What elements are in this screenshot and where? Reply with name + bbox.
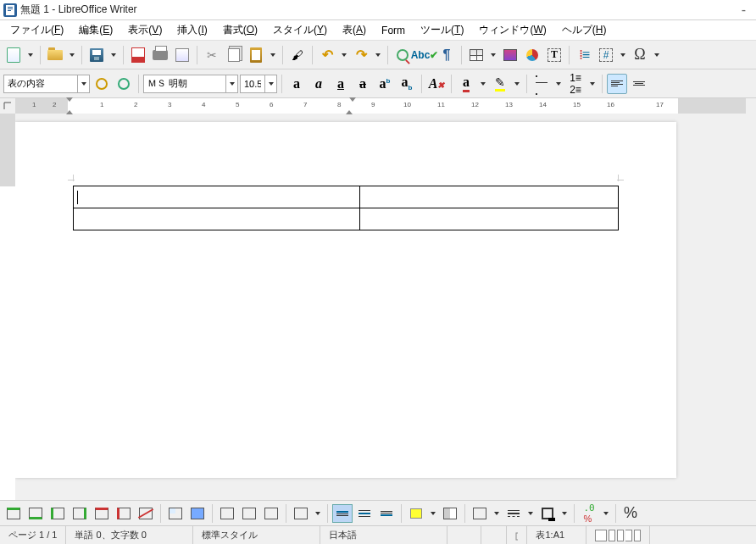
border-color-dropdown[interactable] bbox=[559, 503, 570, 524]
new-button[interactable] bbox=[3, 45, 24, 65]
style-combo[interactable] bbox=[3, 75, 90, 93]
print-preview-button[interactable] bbox=[172, 45, 192, 65]
insert-symbol-dropdown[interactable] bbox=[652, 45, 662, 65]
merge-cells-button[interactable] bbox=[217, 504, 237, 523]
table-cell-a1[interactable] bbox=[74, 186, 360, 208]
split-cells-button[interactable] bbox=[239, 504, 259, 523]
insert-field-dropdown[interactable] bbox=[618, 45, 628, 65]
format-paintbrush-button[interactable]: 🖌 bbox=[287, 45, 308, 65]
underline-button[interactable]: a bbox=[331, 74, 351, 94]
optimize-button[interactable] bbox=[291, 504, 311, 523]
numbering-dropdown[interactable] bbox=[587, 74, 598, 94]
document-area[interactable] bbox=[15, 114, 756, 500]
redo-dropdown[interactable] bbox=[373, 45, 383, 65]
style-input[interactable] bbox=[4, 75, 77, 92]
number-format-button[interactable]: .0% bbox=[579, 504, 599, 523]
status-lang[interactable]: 日本語 bbox=[320, 526, 447, 544]
borders-button[interactable] bbox=[470, 504, 490, 523]
menu-help[interactable]: ヘルプ(H) bbox=[555, 21, 614, 39]
menu-file[interactable]: ファイル(F) bbox=[3, 21, 70, 39]
insert-col-right-button[interactable] bbox=[69, 504, 90, 523]
menu-edit[interactable]: 編集(E) bbox=[72, 21, 120, 39]
insert-row-above-button[interactable] bbox=[3, 504, 24, 523]
insert-symbol-button[interactable]: Ω bbox=[630, 45, 650, 65]
print-button[interactable] bbox=[150, 45, 170, 65]
insert-row-below-button[interactable] bbox=[25, 504, 46, 523]
delete-col-button[interactable] bbox=[114, 504, 134, 523]
insert-col-left-button[interactable] bbox=[47, 504, 68, 523]
align-bottom-button[interactable] bbox=[376, 504, 397, 523]
find-replace-button[interactable] bbox=[392, 45, 413, 65]
document-table[interactable] bbox=[73, 186, 619, 230]
paste-dropdown[interactable] bbox=[268, 45, 278, 65]
status-cellref[interactable]: 表1:A1 bbox=[527, 526, 586, 544]
italic-button[interactable]: a bbox=[309, 74, 329, 94]
new-dropdown[interactable] bbox=[25, 45, 36, 65]
formatting-marks-button[interactable]: ¶ bbox=[436, 45, 457, 65]
font-input[interactable] bbox=[144, 75, 225, 92]
border-style-dropdown[interactable] bbox=[525, 503, 536, 524]
align-middle-button[interactable] bbox=[354, 504, 375, 523]
borders-dropdown[interactable] bbox=[492, 503, 502, 524]
save-button[interactable] bbox=[86, 45, 107, 65]
menu-view[interactable]: 表示(V) bbox=[121, 21, 169, 39]
subscript-button[interactable]: ab bbox=[397, 74, 417, 94]
status-style[interactable]: 標準スタイル bbox=[193, 526, 320, 544]
view-single-icon[interactable] bbox=[595, 530, 607, 541]
align-top-button[interactable] bbox=[332, 504, 353, 523]
numbering-button[interactable]: 1≡2≡ bbox=[565, 74, 586, 94]
copy-button[interactable] bbox=[224, 45, 244, 65]
paste-button[interactable] bbox=[246, 45, 266, 65]
bold-button[interactable]: a bbox=[286, 74, 307, 94]
spellcheck-button[interactable]: Abc✔ bbox=[414, 45, 435, 65]
split-table-button[interactable] bbox=[261, 504, 281, 523]
update-style-button[interactable] bbox=[92, 74, 112, 94]
highlight-dropdown[interactable] bbox=[512, 74, 522, 94]
horizontal-ruler[interactable]: 1 2 1 2 3 4 5 6 7 8 9 10 11 12 13 14 15 … bbox=[15, 98, 746, 114]
menu-table[interactable]: 表(A) bbox=[336, 21, 373, 39]
number-format-dropdown[interactable] bbox=[601, 503, 611, 524]
vertical-ruler[interactable] bbox=[0, 114, 15, 500]
optimize-dropdown[interactable] bbox=[313, 503, 323, 524]
bullets-dropdown[interactable] bbox=[553, 74, 564, 94]
redo-button[interactable]: ↷ bbox=[351, 45, 371, 65]
status-sel[interactable] bbox=[481, 526, 507, 544]
border-color-button[interactable] bbox=[537, 504, 558, 523]
size-dropdown[interactable] bbox=[264, 75, 276, 92]
clear-formatting-button[interactable]: A✖ bbox=[426, 74, 447, 94]
size-input[interactable] bbox=[241, 75, 264, 92]
border-style-button[interactable] bbox=[503, 504, 524, 523]
font-dropdown[interactable] bbox=[225, 75, 237, 92]
select-table-button[interactable] bbox=[187, 504, 208, 523]
align-left-button[interactable] bbox=[607, 74, 627, 94]
superscript-button[interactable]: ab bbox=[375, 74, 395, 94]
status-page[interactable]: ページ 1 / 1 bbox=[0, 526, 66, 544]
insert-chart-button[interactable] bbox=[522, 45, 542, 65]
table-cell-b1[interactable] bbox=[360, 186, 619, 208]
table-cell-a2[interactable] bbox=[74, 208, 360, 230]
open-dropdown[interactable] bbox=[67, 45, 77, 65]
open-button[interactable] bbox=[45, 45, 65, 65]
table-row[interactable] bbox=[74, 186, 619, 208]
select-cell-button[interactable] bbox=[165, 504, 186, 523]
font-color-button[interactable]: a bbox=[456, 74, 476, 94]
undo-button[interactable]: ↶ bbox=[317, 45, 337, 65]
bullets-button[interactable] bbox=[531, 74, 552, 94]
menu-tools[interactable]: ツール(T) bbox=[414, 21, 470, 39]
delete-row-button[interactable] bbox=[92, 504, 112, 523]
undo-dropdown[interactable] bbox=[339, 45, 349, 65]
insert-field-button[interactable]: # bbox=[596, 45, 616, 65]
table-row[interactable] bbox=[74, 208, 619, 230]
view-book-icon[interactable] bbox=[625, 530, 632, 541]
caption-button[interactable]: % bbox=[620, 504, 641, 523]
save-dropdown[interactable] bbox=[108, 45, 119, 65]
menu-form[interactable]: Form bbox=[375, 23, 412, 38]
delete-table-button[interactable] bbox=[136, 504, 156, 523]
status-words[interactable]: 単語 0、文字数 0 bbox=[66, 526, 193, 544]
export-pdf-button[interactable] bbox=[128, 45, 148, 65]
menu-window[interactable]: ウィンドウ(W) bbox=[472, 21, 553, 39]
insert-textbox-button[interactable]: T bbox=[544, 45, 564, 65]
cell-bg-dropdown[interactable] bbox=[428, 503, 438, 524]
status-sig[interactable] bbox=[507, 526, 527, 544]
insert-table-button[interactable] bbox=[466, 45, 486, 65]
